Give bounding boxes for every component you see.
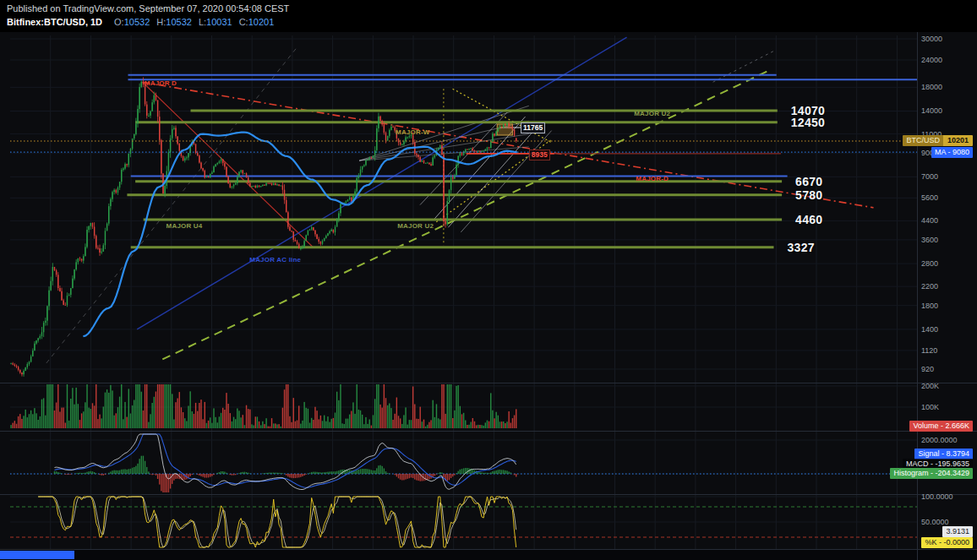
ohlc-open-label: O: [114,17,124,27]
published-line: Published on TradingView.com, September … [7,3,977,15]
ohlc-open: O:10532 [107,17,150,27]
ohlc-close: C:10201 [232,17,275,27]
tradingview-snapshot: Published on TradingView.com, September … [0,0,977,32]
header: Published on TradingView.com, September … [0,0,977,32]
macd-pane[interactable] [0,431,917,494]
symbol-line: Bitfinex:BTC/USD, 1DO:10532H:10532L:1003… [7,15,977,29]
ohlc-close-label: C: [239,17,248,27]
price-pane[interactable] [0,35,917,383]
volume-pane[interactable] [0,383,917,431]
ohlc-open-value: 10532 [124,17,150,27]
ohlc-low-value: 10031 [206,17,232,27]
symbol-title: Bitfinex:BTC/USD, 1D [7,17,102,27]
price-scale-column[interactable] [917,32,977,560]
chart-area[interactable]: 3000024000180001400011000900070005600440… [0,32,977,560]
ohlc-low: L:10031 [192,17,232,27]
ohlc-low-label: L: [199,17,206,27]
bottom-toolbar-fragment[interactable] [0,551,74,559]
stoch-pane[interactable] [0,494,917,549]
ohlc-high-label: H: [156,17,166,27]
ohlc-close-value: 10201 [248,17,275,27]
ohlc-high: H:10532 [150,17,192,27]
ohlc-high-value: 10532 [166,17,192,27]
